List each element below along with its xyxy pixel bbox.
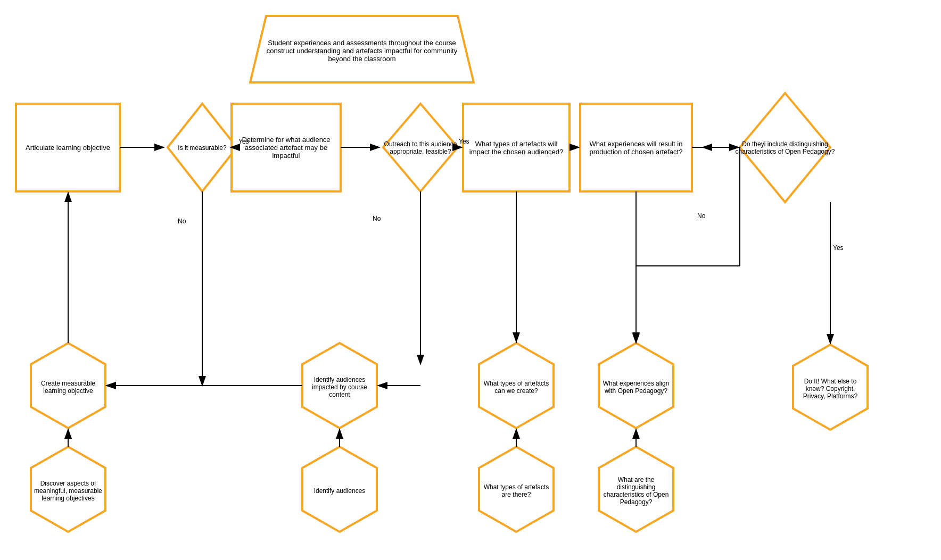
hex-characteristics-text: What are the distinguishing characterist… [600, 449, 672, 532]
header-text: Student experiences and assessments thro… [255, 19, 468, 82]
hex-artefacts-there-text: What types of artefacts are there? [480, 449, 552, 532]
rect-audience-text: Determine for what audience associated a… [234, 106, 338, 189]
hex-create-measurable-text: Create measurable learning objective [32, 346, 104, 428]
hex-experiences-align-text: What experiences align with Open Pedagog… [600, 346, 672, 428]
rect-articulate-text: Articulate learning objective [19, 106, 117, 189]
rect-experiences-text: What experiences will result in producti… [583, 106, 689, 189]
hex-artefacts-create-text: What types of artefacts can we create? [480, 346, 552, 428]
label-yes-3: Yes [833, 244, 844, 252]
hex-identify-audiences-text: Identify audiences impacted by course co… [303, 346, 376, 428]
label-no-3: No [697, 212, 706, 220]
diamond-outreach-text: Outreach to this audience appropriate, f… [373, 114, 468, 181]
label-no-1: No [178, 218, 186, 225]
rect-artefacts-impact-text: What types of artefacts will impact the … [466, 106, 567, 189]
label-yes-2: Yes [459, 138, 469, 145]
hex-do-it-text: Do It! What else to know? Copyright, Pri… [794, 347, 866, 430]
hex-discover-text: Discover aspects of meaningful, measurab… [32, 449, 104, 532]
label-no-2: No [373, 215, 381, 222]
diamond-open-pedagogy-text: Do theyi include distinguishing characte… [723, 106, 847, 189]
hex-identify-audiences-bottom-text: Identify audiences [303, 449, 376, 532]
label-yes-1: Yes [238, 138, 249, 145]
